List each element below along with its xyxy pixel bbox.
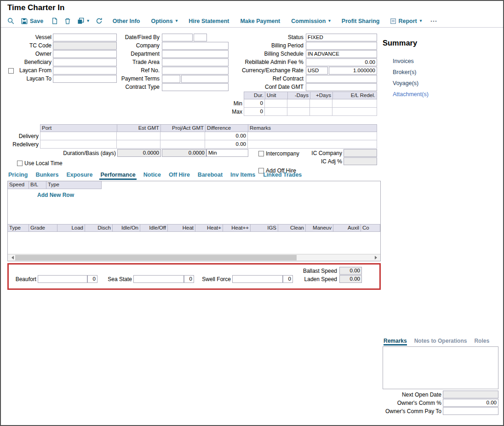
speed-header: Speed (8, 181, 29, 189)
new-document-button[interactable] (52, 17, 58, 24)
use-local-time-checkbox[interactable] (17, 161, 23, 166)
laycan-from-label: Laycan From (16, 67, 52, 75)
conf-date-gmt-input[interactable] (306, 83, 377, 91)
max-dur-cell[interactable]: 0 (244, 108, 265, 116)
refresh-button[interactable] (96, 17, 103, 24)
tab-off-hire[interactable]: Off Hire (168, 172, 191, 180)
duration-min-input[interactable]: Min (206, 149, 248, 157)
max-el-redel-cell[interactable] (332, 108, 377, 116)
rebillable-admin-fee-input[interactable]: 0.00 (306, 58, 377, 66)
ic-company-label: IC Company (304, 150, 342, 157)
delivery-remarks-cell[interactable] (248, 132, 377, 140)
swell-force-input[interactable] (232, 275, 283, 283)
tab-notes-to-operations[interactable]: Notes to Operations (414, 338, 467, 345)
owners-comm-input[interactable]: 0.00 (443, 399, 498, 407)
redelivery-proj-act-cell[interactable] (160, 140, 205, 149)
delete-button[interactable] (64, 17, 71, 24)
tab-bareboat[interactable]: Bareboat (197, 172, 223, 180)
billing-period-input[interactable] (306, 42, 377, 50)
hire-statement-button[interactable]: Hire Statement (189, 18, 229, 24)
invoices-link[interactable]: Invoices (393, 58, 414, 64)
ref-contract-input[interactable] (306, 75, 377, 83)
laycan-to-input[interactable] (53, 75, 117, 83)
beaufort-input[interactable] (38, 275, 87, 283)
make-payment-button[interactable]: Make Payment (240, 18, 280, 24)
tab-exposure[interactable]: Exposure (65, 172, 93, 180)
beaufort-value-input[interactable]: 0 (87, 275, 97, 283)
min-plus-days-cell[interactable] (310, 99, 332, 108)
max-unit-cell[interactable] (265, 108, 287, 116)
sea-state-input[interactable] (133, 275, 184, 283)
tab-inv-items[interactable]: Inv Items (229, 172, 256, 180)
search-icon (7, 17, 14, 24)
date-input[interactable] (162, 34, 193, 41)
date-fixed-by-label: Date/Fixed By (111, 34, 160, 41)
owners-comm-pay-to-input[interactable] (443, 407, 498, 415)
other-info-button[interactable]: Other Info (113, 18, 140, 24)
laycan-from-input[interactable] (53, 67, 117, 75)
consumption-table-header: Type Grade Load Disch Idle/On Idle/Off H… (8, 224, 380, 232)
brokers-link[interactable]: Broker(s) (393, 69, 416, 75)
beaufort-label: Beaufort (11, 276, 36, 283)
redelivery-difference-cell[interactable]: 0.00 (205, 140, 248, 149)
min-dur-cell[interactable]: 0 (244, 99, 265, 108)
commission-menu[interactable]: Commission▾ (291, 18, 331, 24)
profit-sharing-button[interactable]: Profit Sharing (342, 18, 380, 24)
max-minus-days-cell[interactable] (287, 108, 310, 116)
tab-roles[interactable]: Roles (474, 338, 489, 345)
contract-type-input[interactable] (162, 83, 229, 91)
redelivery-remarks-cell[interactable] (248, 140, 377, 149)
scroll-left-arrow[interactable] (8, 254, 15, 261)
tab-performance[interactable]: Performance (99, 172, 136, 180)
scrollbar-thumb[interactable] (15, 255, 297, 260)
delivery-est-gmt-cell[interactable] (117, 132, 160, 140)
sea-state-value-input[interactable]: 0 (184, 275, 194, 283)
attachments-link[interactable]: Attachment(s) (393, 91, 429, 98)
status-input[interactable]: FIXED (306, 34, 377, 41)
options-menu[interactable]: Options▾ (151, 18, 178, 24)
department-input[interactable] (162, 50, 229, 58)
currency-input[interactable]: USD (306, 67, 328, 75)
report-menu[interactable]: Report▾ (390, 18, 422, 24)
payment-terms-desc-input[interactable] (181, 75, 229, 83)
tab-linked-trades[interactable]: Linked Trades (262, 172, 303, 180)
detail-tabs: Pricing Bunkers Exposure Performance Not… (7, 172, 303, 180)
delivery-port-cell[interactable] (40, 132, 117, 140)
copy-button[interactable]: ▾ (77, 17, 89, 24)
beneficiary-input[interactable] (53, 58, 117, 66)
remarks-textarea[interactable] (383, 346, 498, 389)
min-el-redel-cell[interactable] (332, 99, 377, 108)
redelivery-port-cell[interactable] (40, 140, 117, 149)
search-button[interactable] (7, 17, 14, 24)
tab-notice[interactable]: Notice (143, 172, 162, 180)
delivery-difference-cell[interactable]: 0.00 (205, 132, 248, 140)
report-icon (390, 18, 396, 24)
billing-schedule-input[interactable]: IN ADVANCE (306, 50, 377, 58)
trade-area-input[interactable] (162, 58, 229, 66)
scroll-right-arrow[interactable] (373, 254, 380, 261)
max-plus-days-cell[interactable] (310, 108, 332, 116)
tab-pricing[interactable]: Pricing (7, 172, 29, 180)
exchange-rate-input[interactable]: 1.000000 (329, 67, 377, 75)
swell-force-value-input[interactable]: 0 (283, 275, 293, 283)
min-unit-cell[interactable] (265, 99, 287, 108)
fixed-by-input[interactable] (194, 34, 207, 41)
laden-speed-input: 0.00 (339, 275, 362, 283)
intercompany-checkbox[interactable] (258, 151, 264, 156)
save-button[interactable]: Save (21, 18, 43, 24)
copy-icon (77, 17, 84, 24)
more-actions-button[interactable]: ⋯ (430, 17, 437, 25)
payment-terms-code-input[interactable] (162, 75, 180, 83)
min-minus-days-cell[interactable] (287, 99, 310, 108)
redelivery-est-gmt-cell[interactable] (117, 140, 160, 149)
company-input[interactable] (162, 42, 229, 50)
add-new-row-link[interactable]: Add New Row (37, 192, 74, 198)
owner-input[interactable] (53, 50, 117, 58)
tab-remarks[interactable]: Remarks (384, 338, 407, 345)
tab-bunkers[interactable]: Bunkers (34, 172, 59, 180)
delivery-proj-act-cell[interactable] (160, 132, 205, 140)
vessel-input[interactable] (53, 34, 117, 41)
ref-no-input[interactable] (162, 67, 229, 75)
voyages-link[interactable]: Voyage(s) (393, 80, 418, 86)
laycan-from-checkbox[interactable] (8, 68, 14, 74)
